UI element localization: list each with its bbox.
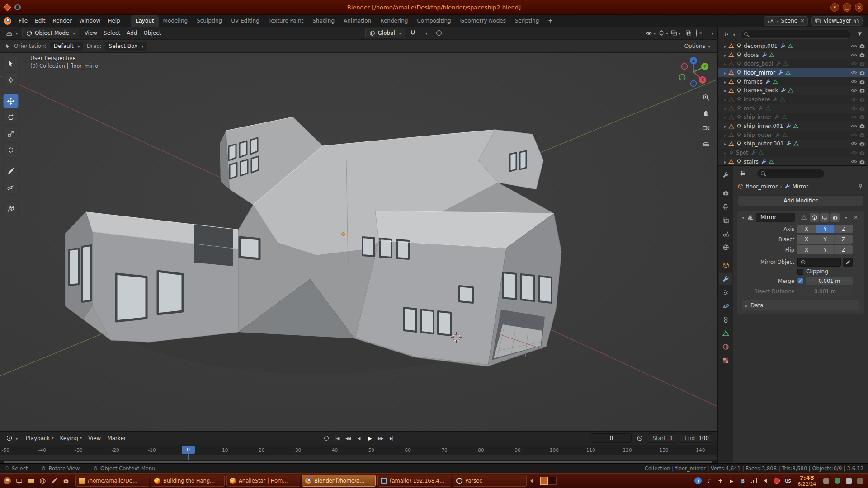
expand-icon[interactable]: [724, 159, 726, 165]
properties-tab-material[interactable]: [719, 341, 732, 352]
taskbar-window-button[interactable]: Building the Hang...: [151, 475, 225, 487]
object-name[interactable]: doors_bool: [744, 61, 773, 67]
unlink-scene-icon[interactable]: [800, 18, 805, 24]
object-name[interactable]: doors: [744, 52, 759, 58]
3d-viewport-canvas[interactable]: [0, 53, 717, 431]
bisect-toggle-button[interactable]: X: [797, 235, 816, 244]
hide-in-viewport-toggle[interactable]: [851, 150, 857, 156]
timeline-ruler[interactable]: -50-40-30-20-100102030405060708090100110…: [0, 445, 717, 455]
outliner-row[interactable]: doors_bool: [718, 59, 868, 68]
expand-icon[interactable]: [724, 150, 726, 156]
outliner-row[interactable]: Spot: [718, 148, 868, 157]
workspace-cell-active[interactable]: [540, 477, 548, 485]
workspace-tab[interactable]: Sculpting: [192, 15, 226, 27]
object-name[interactable]: stairs: [744, 159, 759, 165]
timeline-menu-item[interactable]: Marker: [104, 433, 129, 443]
eyedropper-button[interactable]: [843, 258, 853, 267]
viewport-menu-item[interactable]: Add: [123, 28, 140, 38]
tool-add-cube[interactable]: [3, 201, 19, 216]
object-name[interactable]: frames_back: [744, 87, 778, 94]
outliner-row[interactable]: ship_inner.001: [718, 122, 868, 131]
properties-tab-texture[interactable]: [719, 354, 732, 366]
properties-tab-data[interactable]: [719, 327, 732, 339]
transport-button[interactable]: ▶|: [387, 434, 396, 443]
object-name[interactable]: frames: [744, 79, 763, 85]
navigation-gizmo[interactable]: Z Y X: [676, 55, 711, 89]
tool-transform[interactable]: [3, 142, 19, 157]
current-frame-field[interactable]: 0: [591, 433, 632, 443]
properties-editor-type-button[interactable]: [737, 169, 753, 178]
start-frame-field[interactable]: Start 1: [648, 433, 677, 443]
mode-dropdown[interactable]: Object Mode: [22, 28, 79, 38]
clock[interactable]: 7:48 6/22/24: [798, 475, 816, 487]
drag-setting-dropdown[interactable]: Select Box: [105, 42, 147, 51]
workspace-tab[interactable]: Compositing: [412, 15, 455, 27]
zoom-button[interactable]: [700, 92, 711, 102]
tool-annotate[interactable]: [3, 164, 19, 178]
disable-in-render-toggle[interactable]: [859, 70, 865, 76]
disable-in-render-toggle[interactable]: [859, 159, 865, 165]
taskbar-window-button[interactable]: /home/amalie/De...: [75, 475, 149, 487]
properties-search-input[interactable]: [757, 169, 825, 178]
hide-in-viewport-toggle[interactable]: [851, 61, 857, 67]
keyboard-layout-indicator[interactable]: us: [784, 478, 792, 484]
disable-in-render-toggle[interactable]: [859, 150, 865, 156]
shading-wireframe-button[interactable]: [696, 30, 697, 36]
axis-toggle-button[interactable]: Y: [816, 225, 835, 233]
workspace-tab[interactable]: Rendering: [376, 15, 412, 27]
expand-icon[interactable]: [724, 61, 726, 67]
realtime-toggle[interactable]: [820, 213, 829, 222]
properties-tab-render[interactable]: [719, 187, 732, 199]
preview-range-button[interactable]: [634, 433, 645, 443]
workspace-cell[interactable]: [549, 477, 557, 485]
bisect-toggle-button[interactable]: Y: [816, 235, 835, 244]
options-dropdown[interactable]: Options: [682, 42, 712, 51]
notification-tray-icon[interactable]: [773, 477, 781, 485]
workspace-tab[interactable]: Animation: [339, 15, 376, 27]
properties-tab-particles[interactable]: [719, 286, 732, 298]
object-name[interactable]: ship_inner.001: [744, 123, 783, 129]
scene-selector[interactable]: Scene: [764, 16, 808, 26]
taskbar-window-button[interactable]: Blender [/home/a...: [302, 475, 376, 487]
workspace-tab[interactable]: Modeling: [159, 15, 193, 27]
transport-button[interactable]: ◀: [354, 434, 364, 443]
outliner-search-input[interactable]: [740, 30, 851, 39]
outliner-row[interactable]: Icosphere: [718, 95, 868, 104]
add-workspace-button[interactable]: +: [544, 16, 556, 26]
outliner-row[interactable]: frames_back: [718, 86, 868, 95]
disable-in-render-toggle[interactable]: [859, 96, 865, 103]
properties-tab-constraints[interactable]: [719, 314, 732, 325]
window-maximize-button[interactable]: □: [843, 3, 851, 12]
tool-rotate[interactable]: [3, 110, 19, 125]
object-name[interactable]: ship_outer: [744, 132, 772, 138]
breadcrumb-object[interactable]: floor_mirror: [746, 183, 778, 190]
info-tray-icon[interactable]: i: [694, 477, 702, 484]
timeline-editor-type-button[interactable]: [4, 433, 20, 443]
xray-toggle[interactable]: [683, 28, 694, 38]
disable-in-render-toggle[interactable]: [859, 105, 865, 112]
merge-checkbox[interactable]: [797, 278, 803, 284]
snap-options-button[interactable]: [420, 28, 431, 38]
snap-toggle-button[interactable]: [407, 28, 418, 38]
expand-icon[interactable]: [724, 132, 726, 138]
proportional-edit-button[interactable]: [434, 28, 444, 38]
properties-tab-output[interactable]: [719, 201, 732, 212]
data-subpanel-header[interactable]: Data: [742, 300, 859, 310]
modifier-name-field[interactable]: Mirror: [756, 213, 795, 222]
timeline-menu-item[interactable]: View: [85, 433, 104, 443]
main-menu-item[interactable]: Render: [49, 16, 75, 26]
transport-button[interactable]: ◀◀: [343, 434, 353, 443]
gizmo-negative-x-axis[interactable]: [682, 64, 688, 70]
transport-button[interactable]: ▶▶: [376, 434, 386, 443]
flip-toggle-button[interactable]: Z: [835, 245, 853, 254]
viewport-menu-item[interactable]: Object: [140, 28, 164, 38]
outliner-editor-type-button[interactable]: [721, 29, 737, 39]
window-menu-icon[interactable]: [14, 4, 21, 10]
disable-in-render-toggle[interactable]: [859, 114, 865, 120]
expand-icon[interactable]: [724, 114, 726, 120]
camera-view-button[interactable]: [700, 123, 711, 133]
workspace-tab[interactable]: Shading: [308, 15, 339, 27]
timeline-menu-item[interactable]: Playback: [23, 433, 57, 443]
delete-modifier-button[interactable]: [851, 213, 860, 222]
flip-toggle-button[interactable]: Y: [816, 245, 835, 254]
